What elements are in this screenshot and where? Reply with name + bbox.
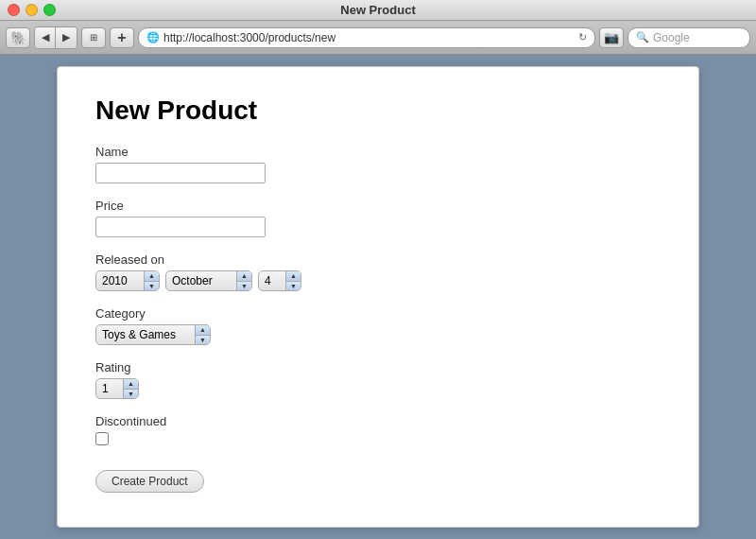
category-up-arrow[interactable]: ▲	[196, 325, 210, 336]
month-select[interactable]: January February March April May June Ju…	[166, 271, 236, 290]
month-up-arrow[interactable]: ▲	[237, 271, 251, 282]
category-select-wrap[interactable]: Books Electronics Toys & Games Clothing …	[95, 324, 211, 345]
title-bar: New Product	[0, 0, 756, 21]
close-button[interactable]	[8, 4, 20, 16]
rating-label: Rating	[95, 360, 661, 374]
rating-select-wrap[interactable]: 1 2 3 4 5 ▲ ▼	[95, 378, 139, 399]
category-down-arrow[interactable]: ▼	[196, 336, 210, 345]
month-arrows: ▲ ▼	[236, 271, 251, 290]
name-group: Name	[95, 145, 661, 183]
search-icon: 🔍	[636, 31, 649, 43]
window-title: New Product	[340, 3, 415, 17]
year-down-arrow[interactable]: ▼	[145, 282, 159, 291]
browser-toolbar: 🐘 ◀ ▶ ⊞ + 🌐 http://localhost:3000/produc…	[0, 21, 756, 55]
name-label: Name	[95, 145, 661, 159]
rating-up-arrow[interactable]: ▲	[124, 379, 138, 390]
rating-group: Rating 1 2 3 4 5 ▲ ▼	[95, 360, 661, 399]
address-bar[interactable]: 🌐 http://localhost:3000/products/new ↻	[138, 27, 595, 48]
forward-button[interactable]: ▶	[56, 27, 77, 48]
category-group: Category Books Electronics Toys & Games …	[95, 306, 661, 345]
evernote-button[interactable]: 🐘	[6, 27, 30, 48]
name-input[interactable]	[95, 163, 266, 183]
year-select-wrap[interactable]: 2008 2009 2010 2011 2012 ▲ ▼	[95, 270, 160, 291]
discontinued-checkbox-wrap	[95, 432, 661, 445]
search-placeholder: Google	[653, 31, 690, 44]
price-group: Price	[95, 199, 661, 237]
camera-button[interactable]: 📷	[599, 27, 624, 48]
category-select[interactable]: Books Electronics Toys & Games Clothing …	[96, 325, 195, 344]
url-text: http://localhost:3000/products/new	[163, 31, 575, 44]
main-area: New Product Name Price Released on 2008 …	[0, 55, 756, 539]
year-select[interactable]: 2008 2009 2010 2011 2012	[96, 271, 144, 290]
day-up-arrow[interactable]: ▲	[286, 271, 301, 282]
search-bar[interactable]: 🔍 Google	[627, 27, 750, 48]
forward-icon: ▶	[62, 31, 70, 43]
rating-select[interactable]: 1 2 3 4 5	[96, 379, 123, 398]
price-input[interactable]	[95, 217, 266, 237]
year-arrows: ▲ ▼	[144, 271, 159, 290]
discontinued-group: Discontinued	[95, 414, 661, 445]
day-arrows: ▲ ▼	[285, 271, 301, 290]
category-label: Category	[95, 306, 661, 321]
date-row: 2008 2009 2010 2011 2012 ▲ ▼ January	[95, 270, 661, 291]
maximize-button[interactable]	[43, 4, 56, 16]
released-on-group: Released on 2008 2009 2010 2011 2012 ▲ ▼	[95, 252, 661, 291]
day-down-arrow[interactable]: ▼	[286, 282, 301, 291]
discontinued-checkbox[interactable]	[95, 432, 109, 445]
page-content: New Product Name Price Released on 2008 …	[57, 66, 699, 528]
month-down-arrow[interactable]: ▼	[237, 282, 251, 291]
nav-group: ◀ ▶	[34, 26, 77, 49]
released-on-label: Released on	[95, 252, 661, 267]
minimize-button[interactable]	[26, 4, 38, 16]
rating-arrows: ▲ ▼	[123, 379, 138, 398]
category-arrows: ▲ ▼	[195, 325, 210, 344]
new-tab-button[interactable]: +	[110, 27, 134, 48]
traffic-lights	[8, 4, 56, 16]
create-product-button[interactable]: Create Product	[95, 470, 204, 493]
discontinued-label: Discontinued	[95, 414, 661, 428]
day-select-wrap[interactable]: 123 456 78910 11121314 15161718 19202122…	[258, 270, 301, 291]
price-label: Price	[95, 199, 661, 213]
rating-down-arrow[interactable]: ▼	[124, 390, 138, 399]
month-select-wrap[interactable]: January February March April May June Ju…	[165, 270, 252, 291]
reload-button[interactable]: ↻	[578, 31, 587, 43]
year-up-arrow[interactable]: ▲	[145, 271, 159, 282]
page-title: New Product	[95, 96, 661, 126]
show-all-tabs-button[interactable]: ⊞	[81, 27, 106, 48]
back-icon: ◀	[42, 31, 49, 43]
back-button[interactable]: ◀	[35, 27, 56, 48]
url-icon: 🌐	[146, 31, 160, 43]
day-select[interactable]: 123 456 78910 11121314 15161718 19202122…	[259, 271, 285, 290]
